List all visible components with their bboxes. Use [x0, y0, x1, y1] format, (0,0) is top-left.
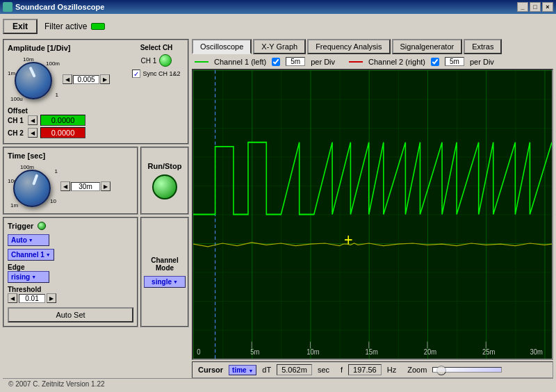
oscilloscope-display[interactable]: 0 5m 10m 15m 20m 25m 30m Time [sec] [192, 69, 553, 360]
time-knob[interactable] [13, 170, 51, 207]
minimize-button[interactable]: _ [517, 2, 528, 12]
cursor-mode-dropdown[interactable]: time ▼ [229, 365, 256, 375]
ch1-indicator: CH 1 [141, 54, 172, 67]
trigger-edge-label: rising [11, 273, 30, 281]
ch2-offset-row: CH 2 ◀ 0.0000 [8, 127, 184, 138]
runstop-section: Run/Stop [140, 147, 189, 215]
amplitude-section: Amplitude [1/Div] 10m 100m 1 100u 1m [3, 39, 189, 145]
runstop-button[interactable] [152, 174, 177, 199]
time-knob-area: 100m 1 10 1m 10m [8, 163, 58, 210]
f-label: f [341, 366, 343, 374]
threshold-title: Threshold [8, 286, 133, 293]
select-ch-title: Select CH [140, 44, 173, 51]
channel-mode-arrow: ▼ [173, 279, 178, 284]
trigger-mode-label: Auto [11, 236, 27, 244]
channel-mode-title: Channel Mode [145, 256, 184, 272]
sync-checkbox-area[interactable]: ✓ Sync CH 1&2 [132, 70, 180, 78]
exit-button[interactable]: Exit [3, 19, 38, 34]
channel-mode-dropdown[interactable]: single ▼ [144, 276, 186, 288]
svg-text:0: 0 [197, 348, 201, 356]
ch1-led[interactable] [159, 54, 172, 67]
time-value-inc[interactable]: ▶ [101, 181, 111, 191]
tab-extras[interactable]: Extras [464, 39, 502, 54]
amp-value-up[interactable]: ▶ [100, 74, 110, 84]
autoset-button[interactable]: Auto Set [8, 307, 133, 322]
close-button[interactable]: × [542, 2, 553, 12]
ch1-visible-checkbox[interactable] [272, 58, 280, 66]
amp-value-down[interactable]: ◀ [63, 74, 72, 84]
threshold-inc[interactable]: ▶ [47, 293, 56, 303]
cursor-label: Cursor [198, 366, 223, 374]
zoom-label: Zoom [407, 366, 427, 374]
maximize-button[interactable]: □ [530, 2, 541, 12]
ch1-per-div-unit: per Div [311, 58, 335, 66]
oscilloscope-grid: 0 5m 10m 15m 20m 25m 30m Time [sec] [193, 70, 552, 359]
ch1-per-div-input[interactable] [286, 57, 305, 66]
svg-text:20m: 20m [424, 348, 436, 356]
time-value-dec[interactable]: ◀ [60, 181, 70, 191]
filter-active-label: Filter active [44, 22, 87, 31]
svg-text:10m: 10m [306, 348, 319, 356]
trigger-mode-dropdown[interactable]: Auto ▼ [8, 234, 49, 246]
f-unit: Hz [387, 366, 396, 374]
offset-section: Offset CH 1 ◀ 0.0000 CH 2 ◀ 0.0000 [8, 106, 184, 138]
filter-active-led [91, 23, 105, 30]
sync-checkbox[interactable]: ✓ [132, 70, 140, 78]
amplitude-knob-area: 10m 100m 1 100u 1m [8, 55, 60, 104]
edge-title: Edge [8, 263, 133, 271]
left-panel: Amplitude [1/Div] 10m 100m 1 100u 1m [3, 39, 189, 378]
ch2-color-indicator [349, 61, 363, 63]
tab-xy-graph[interactable]: X-Y Graph [253, 39, 306, 54]
ch1-label: CH 1 [141, 57, 157, 65]
dt-unit: sec [318, 366, 329, 374]
trigger-section: Trigger Auto ▼ Channel 1 ▼ [3, 217, 138, 327]
trigger-title: Trigger [8, 222, 33, 230]
cursor-mode-arrow: ▼ [248, 368, 253, 373]
window-title: Soundcard Oszilloscope [15, 3, 104, 11]
trigger-channelmode-row: Trigger Auto ▼ Channel 1 ▼ [3, 217, 189, 327]
main-window: Exit Filter active Amplitude [1/Div] 10m [0, 14, 556, 392]
top-bar: Exit Filter active [3, 17, 553, 36]
tab-bar: Oscilloscope X-Y Graph Frequency Analysi… [192, 39, 553, 54]
copyright-text: © 2007 C. Zeitnitz Version 1.22 [8, 380, 105, 388]
dt-label: dT [262, 366, 271, 374]
trigger-channel-arrow: ▼ [46, 252, 51, 257]
amp-label-1: 1 [56, 92, 58, 98]
trigger-edge-dropdown[interactable]: rising ▼ [8, 271, 49, 283]
svg-text:30m: 30m [530, 348, 542, 356]
ch2-offset-dec[interactable]: ◀ [28, 128, 38, 138]
channel-mode-section: Channel Mode single ▼ [140, 217, 189, 327]
ch1-display-label: Channel 1 (left) [214, 58, 266, 66]
svg-text:5m: 5m [250, 348, 259, 356]
tab-signalgenerator[interactable]: Signalgenerator [392, 39, 463, 54]
time-title: Time [sec] [8, 152, 133, 160]
svg-text:15m: 15m [365, 348, 377, 356]
trigger-mode-arrow: ▼ [28, 238, 33, 243]
ch1-offset-value[interactable]: 0.0000 [40, 115, 85, 126]
copyright-bar: © 2007 C. Zeitnitz Version 1.22 [3, 378, 553, 389]
zoom-slider[interactable] [432, 367, 502, 373]
time-label-1: 1 [55, 168, 58, 174]
threshold-dec[interactable]: ◀ [8, 293, 17, 303]
filter-active-area: Filter active [44, 22, 105, 31]
ch1-offset-dec[interactable]: ◀ [28, 115, 38, 125]
trigger-led [38, 222, 46, 230]
amplitude-knob[interactable] [15, 62, 52, 99]
time-value-input[interactable] [71, 182, 100, 191]
ch2-visible-checkbox[interactable] [431, 58, 439, 66]
content-area: Amplitude [1/Div] 10m 100m 1 100u 1m [3, 39, 553, 378]
ch2-offset-value[interactable]: 0.0000 [40, 127, 85, 138]
trigger-channel-dropdown[interactable]: Channel 1 ▼ [8, 249, 54, 261]
f-value-display: 197.56 [348, 364, 382, 375]
ch2-per-div-input[interactable] [445, 57, 464, 66]
threshold-value-input[interactable] [19, 294, 45, 303]
ch1-offset-label: CH 1 [8, 117, 25, 124]
select-ch-area: Select CH CH 1 ✓ Sync CH 1&2 [129, 44, 184, 104]
time-section: Time [sec] 100m 1 10 1m 10m [3, 147, 138, 215]
tab-oscilloscope[interactable]: Oscilloscope [192, 39, 252, 54]
amplitude-value-input[interactable] [73, 75, 99, 84]
tab-frequency-analysis[interactable]: Frequency Analysis [307, 39, 390, 54]
runstop-title: Run/Stop [148, 162, 182, 170]
threshold-area: Threshold ◀ ▶ [8, 286, 133, 303]
sync-label: Sync CH 1&2 [142, 70, 180, 77]
